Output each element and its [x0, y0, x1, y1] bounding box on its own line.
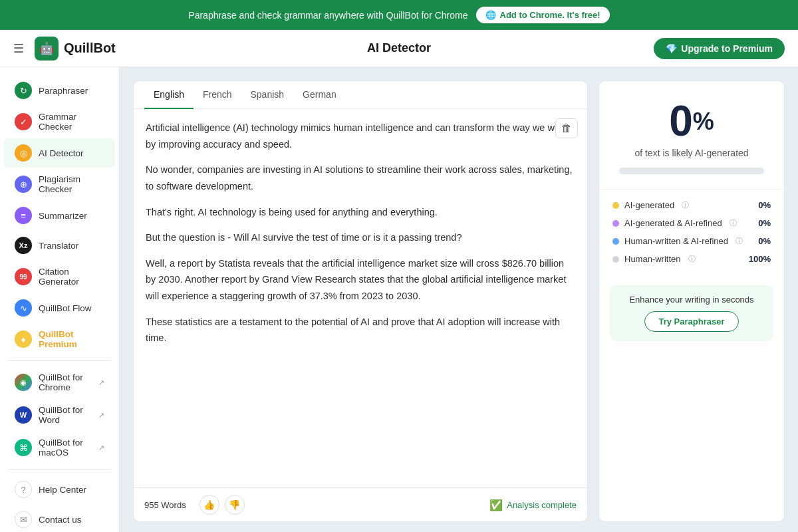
- thumbs-up-button[interactable]: 👍: [200, 495, 219, 515]
- add-to-chrome-button[interactable]: 🌐 Add to Chrome. It's free!: [476, 7, 610, 23]
- main-content: English French Spanish German 🗑 Artifici…: [120, 67, 798, 532]
- language-tabs: English French Spanish German: [134, 81, 587, 109]
- text-paragraph-3: That's right. AI technology is being use…: [146, 204, 575, 221]
- sidebar-item-word[interactable]: W QuillBot for Word ↗: [4, 399, 115, 431]
- sidebar-label-ai-detector: AI Detector: [39, 148, 84, 158]
- ai-generated-sublabel: of text is likely AI-generated: [612, 148, 771, 158]
- breakdown-row-ai-generated: AI-generated ⓘ 0%: [612, 200, 771, 210]
- menu-icon[interactable]: ☰: [13, 41, 24, 56]
- header: ☰ 🤖 QuillBot AI Detector 💎 Upgrade to Pr…: [0, 30, 798, 67]
- sidebar-divider-1: [8, 360, 111, 361]
- clear-button[interactable]: 🗑: [555, 118, 578, 138]
- label-human-ai-refined: Human-written & AI-refined: [624, 236, 728, 246]
- sidebar-item-quillbot-flow[interactable]: ∿ QuillBot Flow: [4, 293, 115, 323]
- logo-icon: 🤖: [35, 37, 59, 61]
- citation-icon: 99: [15, 268, 32, 285]
- try-paraphraser-button[interactable]: Try Paraphraser: [644, 311, 738, 332]
- label-ai-generated: AI-generated: [624, 200, 674, 210]
- analysis-complete-label: Analysis complete: [507, 500, 577, 510]
- translator-icon: Xz: [15, 237, 32, 254]
- percent-value: 0: [669, 97, 693, 145]
- breakdown-row-ai-refined: AI-generated & AI-refined ⓘ 0%: [612, 218, 771, 228]
- analysis-status: ✅ Analysis complete: [489, 499, 577, 511]
- external-link-icon-mac: ↗: [98, 444, 104, 452]
- word-count: 955 Words: [144, 500, 186, 510]
- label-ai-refined: AI-generated & AI-refined: [624, 218, 722, 228]
- sidebar-item-paraphraser[interactable]: ↻ Paraphraser: [4, 76, 115, 105]
- ai-detector-icon: ◎: [15, 144, 32, 162]
- sidebar-item-chrome[interactable]: ◉ QuillBot for Chrome ↗: [4, 366, 115, 398]
- sidebar-label-plagiarism-checker: Plagiarism Checker: [39, 174, 104, 194]
- value-ai-refined: 0%: [758, 218, 771, 228]
- sidebar-item-help[interactable]: ? Help Center: [4, 475, 115, 504]
- sidebar-item-grammar-checker[interactable]: ✓ Grammar Checker: [4, 106, 115, 138]
- sidebar-label-mac: QuillBot for macOS: [39, 438, 92, 458]
- breakdown-row-human-ai-refined: Human-written & AI-refined ⓘ 0%: [612, 236, 771, 246]
- quillbot-flow-icon: ∿: [15, 299, 32, 317]
- text-paragraph-2: No wonder, companies are investing in AI…: [146, 162, 575, 194]
- sidebar-item-plagiarism-checker[interactable]: ⊕ Plagiarism Checker: [4, 168, 115, 200]
- sidebar-label-citation-generator: Citation Generator: [39, 267, 104, 287]
- info-icon-human-written[interactable]: ⓘ: [688, 254, 696, 264]
- sidebar-item-translator[interactable]: Xz Translator: [4, 231, 115, 260]
- tab-english[interactable]: English: [144, 81, 194, 109]
- info-icon-ai-generated[interactable]: ⓘ: [682, 200, 689, 210]
- info-icon-human-ai-refined[interactable]: ⓘ: [735, 236, 743, 246]
- chrome-icon: 🌐: [485, 10, 496, 20]
- paraphraser-icon: ↻: [15, 82, 32, 99]
- sidebar-label-quillbot-flow: QuillBot Flow: [39, 303, 92, 313]
- text-area[interactable]: 🗑 Artificial intelligence (AI) technolog…: [134, 109, 587, 487]
- sidebar-item-ai-detector[interactable]: ◎ AI Detector: [4, 138, 115, 168]
- thumbs-down-button[interactable]: 👎: [225, 495, 245, 515]
- logo[interactable]: 🤖 QuillBot: [35, 37, 116, 61]
- header-right: 💎 Upgrade to Premium: [654, 38, 785, 59]
- sidebar-item-contact[interactable]: ✉ Contact us: [4, 505, 115, 532]
- premium-icon: 💎: [666, 43, 677, 54]
- check-icon: ✅: [489, 499, 503, 511]
- tab-spanish[interactable]: Spanish: [241, 81, 294, 109]
- info-icon-ai-refined[interactable]: ⓘ: [730, 218, 737, 228]
- sidebar-label-word: QuillBot for Word: [39, 405, 92, 425]
- chrome-browser-icon: ◉: [15, 374, 32, 391]
- value-human-ai-refined: 0%: [758, 236, 771, 246]
- banner-text: Paraphrase and check grammar anywhere wi…: [188, 10, 467, 21]
- plagiarism-icon: ⊕: [15, 176, 32, 193]
- word-icon: W: [15, 406, 32, 424]
- progress-bar: [619, 168, 764, 174]
- external-link-icon-chrome: ↗: [98, 378, 104, 387]
- value-human-written: 100%: [749, 254, 771, 264]
- sidebar-label-grammar-checker: Grammar Checker: [39, 112, 104, 132]
- text-paragraph-6: These statistics are a testament to the …: [146, 314, 575, 346]
- sidebar-item-citation-generator[interactable]: 99 Citation Generator: [4, 261, 115, 293]
- tab-german[interactable]: German: [293, 81, 346, 109]
- sidebar-item-quillbot-premium[interactable]: ♦ QuillBot Premium: [4, 323, 115, 355]
- sidebar-label-contact: Contact us: [39, 515, 82, 525]
- top-banner: Paraphrase and check grammar anywhere wi…: [0, 0, 798, 30]
- contact-icon: ✉: [15, 511, 32, 528]
- breakdown-row-human-written: Human-written ⓘ 100%: [612, 254, 771, 264]
- sidebar-item-summarizer[interactable]: ≡ Summarizer: [4, 201, 115, 230]
- sidebar-item-mac[interactable]: ⌘ QuillBot for macOS ↗: [4, 432, 115, 464]
- external-link-icon-word: ↗: [98, 411, 104, 420]
- main-layout: ↻ Paraphraser ✓ Grammar Checker ◎ AI Det…: [0, 67, 798, 532]
- sidebar-label-quillbot-premium: QuillBot Premium: [39, 329, 104, 349]
- tab-french[interactable]: French: [194, 81, 241, 109]
- text-panel: English French Spanish German 🗑 Artifici…: [133, 80, 588, 522]
- enhance-text: Enhance your writing in seconds: [620, 295, 763, 305]
- dot-human-ai-refined: [612, 238, 619, 245]
- value-ai-generated: 0%: [758, 200, 771, 210]
- dot-human-written: [612, 256, 619, 263]
- percent-container: 0%: [612, 100, 771, 142]
- mac-icon: ⌘: [15, 439, 32, 456]
- text-paragraph-5: Well, a report by Statista reveals that …: [146, 255, 575, 305]
- dot-ai-generated: [612, 202, 619, 209]
- results-top: 0% of text is likely AI-generated: [599, 81, 784, 190]
- page-title: AI Detector: [367, 41, 431, 55]
- upgrade-button[interactable]: 💎 Upgrade to Premium: [654, 38, 785, 59]
- sidebar-label-summarizer: Summarizer: [39, 211, 87, 221]
- summarizer-icon: ≡: [15, 207, 32, 224]
- help-icon: ?: [15, 481, 32, 498]
- results-panel: 0% of text is likely AI-generated AI-gen…: [598, 80, 785, 522]
- text-paragraph-1: Artificial intelligence (AI) technology …: [146, 120, 575, 152]
- text-paragraph-4: But the question is - Will AI survive th…: [146, 229, 575, 246]
